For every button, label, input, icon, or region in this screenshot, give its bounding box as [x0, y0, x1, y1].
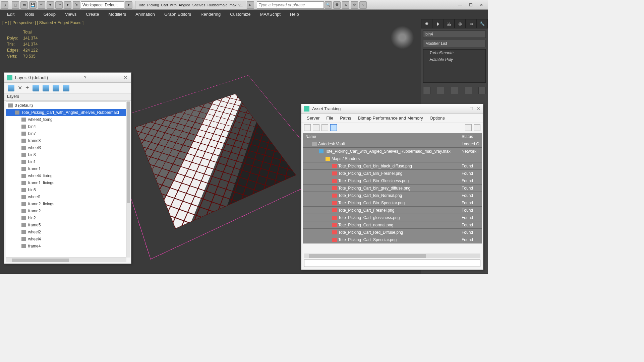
tool-a-icon[interactable]: ⚒ [333, 1, 341, 9]
layer-row[interactable]: frame1_fixings [6, 179, 126, 186]
asset-titlebar[interactable]: Asset Tracking — ☐ ✕ [301, 104, 483, 114]
layer-row[interactable]: wheel4 [6, 235, 126, 242]
asset-row[interactable]: Tote_Picking_Cart_Bin_Glossiness.pngFoun… [303, 177, 482, 185]
minimize-icon[interactable]: — [456, 2, 464, 8]
close-icon[interactable]: ✕ [477, 2, 486, 8]
layer-row[interactable]: wheel4_fixing [6, 172, 126, 179]
asset-hscroll-thumb[interactable] [309, 254, 426, 258]
asset-row[interactable]: Tote_Picking_Cart_Fresnel.pngFound [303, 207, 482, 214]
modify-tab-icon[interactable]: ◗ [432, 19, 443, 28]
layer-row[interactable]: wheel1 [6, 193, 126, 200]
open-icon[interactable]: ▭ [20, 1, 28, 9]
menu-rendering[interactable]: Rendering [196, 10, 225, 18]
save-icon[interactable]: 💾 [29, 1, 37, 9]
asset-row[interactable]: Tote_Picking_Cart_with_Angled_Shelves_Ru… [303, 148, 482, 155]
layer-tool-4-icon[interactable] [33, 85, 39, 91]
menu-maxscript[interactable]: MAXScript [255, 10, 285, 18]
asset-help-icon[interactable] [465, 124, 472, 131]
layer-row[interactable]: frame2 [6, 207, 126, 214]
modifier-stack[interactable]: TurboSmoothEditable Poly [423, 49, 486, 83]
layer-tool-1-icon[interactable] [8, 85, 14, 91]
asset-row[interactable]: Tote_Picking_Cart_Red_Diffuse.pngFound [303, 229, 482, 236]
asset-opt-icon[interactable] [474, 124, 480, 131]
layer-column-header[interactable]: Layers [4, 93, 131, 101]
asset-view3-icon[interactable] [330, 124, 337, 131]
modifier-list-combo[interactable]: Modifier List [423, 40, 486, 47]
layer-tool-5-icon[interactable] [43, 85, 49, 91]
layer-row[interactable]: bin4 [6, 123, 126, 130]
layer-row[interactable]: 0 (default) [6, 102, 126, 109]
star-icon[interactable]: ☆ [351, 1, 358, 9]
remove-modifier-icon[interactable] [465, 87, 472, 94]
asset-col-status[interactable]: Status [460, 134, 482, 139]
workspace-dd-icon[interactable]: ▾ [125, 1, 132, 9]
undo-icon[interactable]: ↶ [38, 1, 45, 9]
layer-row[interactable]: bin1 [6, 158, 126, 165]
modifier-editable poly[interactable]: Editable Poly [423, 56, 485, 63]
help-icon[interactable]: ? [359, 1, 367, 9]
hierarchy-tab-icon[interactable]: 品 [443, 19, 454, 28]
asset-row[interactable]: Tote_Picking_Cart_Bin_Normal.pngFound [303, 192, 482, 199]
layer-vscroll-thumb[interactable] [127, 101, 130, 203]
layer-tree[interactable]: 0 (default)Tote_Picking_Cart_with_Angled… [6, 101, 126, 258]
layer-tool-7-icon[interactable] [63, 85, 69, 91]
tool-b-icon[interactable]: ≈ [342, 1, 349, 9]
scene-3d[interactable] [123, 69, 298, 223]
asset-view1-icon[interactable] [313, 124, 319, 131]
file-tab[interactable]: Tote_Picking_Cart_with_Angled_Shelves_Ru… [135, 1, 246, 9]
modifier-turbosmooth[interactable]: TurboSmooth [423, 50, 485, 56]
show-end-result-icon[interactable] [437, 87, 444, 94]
layer-close-icon[interactable]: ✕ [122, 75, 128, 80]
layer-titlebar[interactable]: Layer: 0 (default) ? ✕ [4, 73, 131, 83]
menu-views[interactable]: Views [60, 10, 81, 18]
asset-row[interactable]: Tote_Picking_Cart_Bin_Fresnel.pngFound [303, 170, 482, 177]
asset-row[interactable]: Maps / Shaders [303, 155, 482, 162]
viewport-label[interactable]: [ + ] [ Perspective ] [ Shaded + Edged F… [2, 20, 83, 25]
redo-dd-icon[interactable]: ▾ [64, 1, 71, 9]
asset-menu-paths[interactable]: Paths [337, 116, 354, 121]
layer-row[interactable]: wheel3 [6, 144, 126, 151]
layer-vscroll[interactable] [126, 101, 130, 258]
object-name-field[interactable]: bin4 [423, 30, 486, 38]
configure-sets-icon[interactable] [478, 87, 486, 94]
layer-row[interactable]: bin3 [6, 151, 126, 158]
asset-hscroll[interactable] [304, 254, 480, 258]
asset-row[interactable]: Tote_Picking_Cart_bin_grey_diffuse.pngFo… [303, 185, 482, 192]
layer-row[interactable]: frame4 [6, 242, 126, 249]
app-icon[interactable]: 3 [1, 1, 8, 9]
menu-edit[interactable]: Edit [2, 10, 19, 18]
layer-row[interactable]: Tote_Picking_Cart_with_Angled_Shelves_Ru… [6, 109, 126, 116]
asset-grid[interactable]: Name Status Autodesk VaultLogged OTote_P… [303, 133, 482, 253]
asset-view2-icon[interactable] [321, 124, 328, 131]
asset-maximize-icon[interactable]: ☐ [469, 106, 473, 111]
layer-hscroll-thumb[interactable] [12, 259, 69, 262]
make-unique-icon[interactable] [451, 87, 458, 94]
redo-icon[interactable]: ↷ [55, 1, 63, 9]
viewcube-icon[interactable] [391, 26, 414, 49]
link-icon[interactable]: ⇲ [73, 1, 80, 9]
asset-row[interactable]: Tote_Picking_Cart_glossiness.pngFound [303, 214, 482, 221]
file-dd-icon[interactable]: ▸ [247, 1, 254, 9]
asset-col-name[interactable]: Name [303, 134, 460, 139]
pin-stack-icon[interactable] [423, 87, 430, 94]
create-tab-icon[interactable]: ✺ [421, 19, 432, 28]
menu-modifiers[interactable]: Modifiers [104, 10, 131, 18]
layer-row[interactable]: wheel3_fixing [6, 116, 126, 123]
layer-delete-icon[interactable]: ✕ [18, 85, 22, 91]
layer-row[interactable]: bin2 [6, 214, 126, 221]
undo-dd-icon[interactable]: ▾ [47, 1, 54, 9]
menu-create[interactable]: Create [81, 10, 104, 18]
layer-help-icon[interactable]: ? [82, 75, 88, 80]
layer-tool-6-icon[interactable] [53, 85, 59, 91]
new-icon[interactable]: ▢ [12, 1, 19, 9]
motion-tab-icon[interactable]: ◎ [455, 19, 466, 28]
utilities-tab-icon[interactable]: 🔧 [477, 19, 488, 28]
asset-grid-header[interactable]: Name Status [303, 133, 482, 140]
asset-menu-file[interactable]: File [323, 116, 337, 121]
search-input[interactable]: Type a keyword or phrase [257, 1, 324, 9]
asset-row[interactable]: Tote_Picking_Cart_Bin_Specular.pngFound [303, 199, 482, 207]
menu-tools[interactable]: Tools [19, 10, 39, 18]
layer-hscroll[interactable] [6, 258, 126, 262]
layer-row[interactable]: frame1 [6, 165, 126, 172]
layer-row[interactable]: frame2_fixings [6, 200, 126, 207]
